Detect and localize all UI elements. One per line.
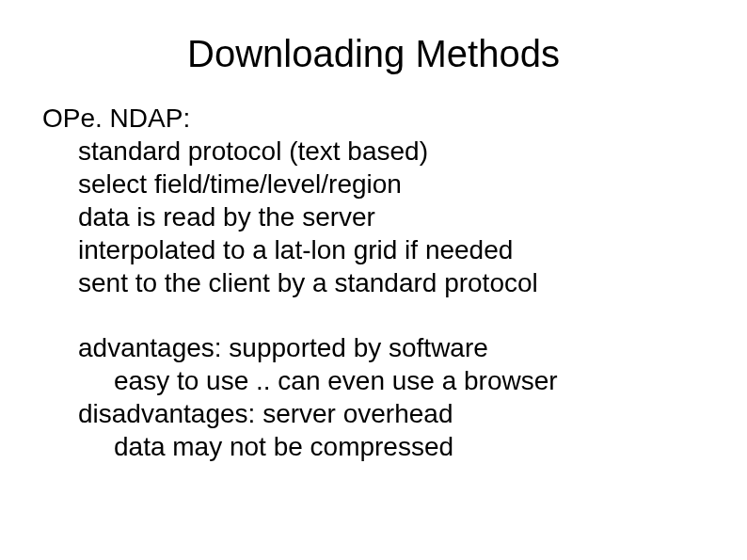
- list-item: standard protocol (text based): [78, 135, 709, 168]
- disadvantages-header: disadvantages: server overhead: [78, 397, 709, 430]
- disadvantages-detail: data may not be compressed: [114, 430, 709, 463]
- section-header: OPe. NDAP:: [42, 102, 709, 135]
- advantages-detail: easy to use .. can even use a browser: [114, 364, 709, 397]
- list-item: sent to the client by a standard protoco…: [78, 266, 709, 299]
- slide-content: OPe. NDAP: standard protocol (text based…: [38, 102, 709, 463]
- advantages-header: advantages: supported by software: [78, 331, 709, 364]
- list-item: interpolated to a lat-lon grid if needed: [78, 233, 709, 266]
- slide-title: Downloading Methods: [38, 33, 709, 75]
- list-item: data is read by the server: [78, 200, 709, 233]
- list-item: select field/time/level/region: [78, 168, 709, 200]
- spacer: [42, 299, 709, 331]
